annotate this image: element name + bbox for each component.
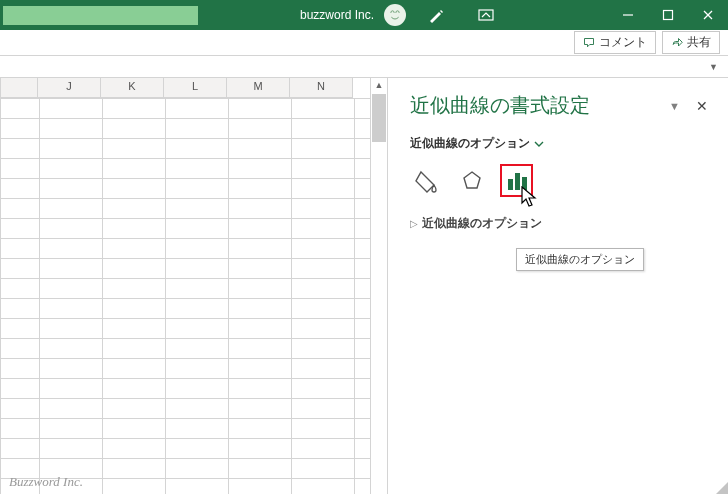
effects-icon[interactable] bbox=[455, 164, 488, 197]
select-all-cell[interactable] bbox=[0, 78, 38, 98]
vertical-scrollbar[interactable]: ▲ bbox=[370, 78, 388, 494]
svg-point-0 bbox=[386, 6, 404, 24]
col-header[interactable]: K bbox=[101, 78, 164, 98]
watermark-text: Buzzword Inc. bbox=[9, 474, 83, 490]
draw-mode-icon[interactable] bbox=[416, 0, 456, 30]
comment-label: コメント bbox=[599, 34, 647, 51]
comment-button[interactable]: コメント bbox=[574, 31, 656, 54]
window-title: buzzword Inc. bbox=[300, 8, 374, 22]
col-header[interactable]: N bbox=[290, 78, 353, 98]
close-button[interactable] bbox=[688, 0, 728, 30]
spreadsheet-grid[interactable]: J K L M N Buzzword Inc. bbox=[0, 78, 370, 494]
fill-outline-icon[interactable] bbox=[410, 164, 443, 197]
chevron-down-icon bbox=[534, 139, 544, 149]
section-label[interactable]: 近似曲線のオプション bbox=[422, 215, 542, 232]
pane-dropdown-icon[interactable]: ▼ bbox=[659, 96, 690, 116]
user-avatar[interactable] bbox=[384, 4, 406, 26]
col-header[interactable]: L bbox=[164, 78, 227, 98]
scroll-thumb[interactable] bbox=[372, 94, 386, 142]
resize-grip-icon[interactable] bbox=[716, 482, 728, 494]
trendline-options-icon[interactable] bbox=[500, 164, 533, 197]
pane-close-icon[interactable]: ✕ bbox=[690, 96, 714, 116]
svg-rect-1 bbox=[479, 10, 493, 20]
trendline-options-link[interactable]: 近似曲線のオプション bbox=[410, 135, 714, 152]
share-label: 共有 bbox=[687, 34, 711, 51]
pane-title: 近似曲線の書式設定 bbox=[410, 92, 590, 119]
svg-rect-7 bbox=[508, 179, 513, 190]
col-header[interactable]: J bbox=[38, 78, 101, 98]
restore-button[interactable] bbox=[648, 0, 688, 30]
format-trendline-pane: 近似曲線の書式設定 ▼ ✕ 近似曲線のオプション bbox=[388, 78, 728, 494]
share-button[interactable]: 共有 bbox=[662, 31, 720, 54]
sub-link-label: 近似曲線のオプション bbox=[410, 135, 530, 152]
svg-rect-3 bbox=[664, 11, 673, 20]
scroll-up-icon[interactable]: ▲ bbox=[375, 78, 384, 92]
minimize-button[interactable] bbox=[608, 0, 648, 30]
ribbon-display-options-icon[interactable] bbox=[466, 0, 506, 30]
formula-bar-expand-icon[interactable]: ▼ bbox=[703, 60, 724, 74]
col-header[interactable]: M bbox=[227, 78, 290, 98]
quick-access-placeholder bbox=[3, 6, 198, 25]
expand-caret-icon[interactable]: ▷ bbox=[410, 218, 418, 229]
svg-rect-8 bbox=[515, 173, 520, 190]
svg-rect-9 bbox=[522, 177, 527, 190]
svg-marker-6 bbox=[464, 172, 480, 188]
